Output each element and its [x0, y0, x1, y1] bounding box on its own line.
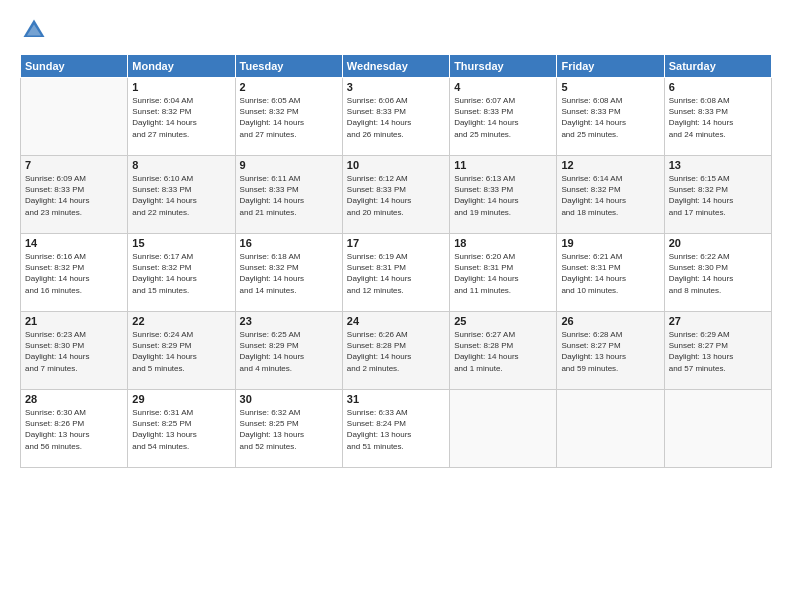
calendar-cell — [664, 390, 771, 468]
day-info: Sunrise: 6:06 AM Sunset: 8:33 PM Dayligh… — [347, 95, 445, 140]
day-number: 1 — [132, 81, 230, 93]
calendar-week: 28Sunrise: 6:30 AM Sunset: 8:26 PM Dayli… — [21, 390, 772, 468]
calendar-cell: 23Sunrise: 6:25 AM Sunset: 8:29 PM Dayli… — [235, 312, 342, 390]
calendar-cell: 21Sunrise: 6:23 AM Sunset: 8:30 PM Dayli… — [21, 312, 128, 390]
day-number: 17 — [347, 237, 445, 249]
calendar-cell: 20Sunrise: 6:22 AM Sunset: 8:30 PM Dayli… — [664, 234, 771, 312]
day-info: Sunrise: 6:19 AM Sunset: 8:31 PM Dayligh… — [347, 251, 445, 296]
day-info: Sunrise: 6:26 AM Sunset: 8:28 PM Dayligh… — [347, 329, 445, 374]
day-info: Sunrise: 6:33 AM Sunset: 8:24 PM Dayligh… — [347, 407, 445, 452]
day-number: 4 — [454, 81, 552, 93]
calendar-cell: 19Sunrise: 6:21 AM Sunset: 8:31 PM Dayli… — [557, 234, 664, 312]
day-number: 7 — [25, 159, 123, 171]
calendar-cell: 14Sunrise: 6:16 AM Sunset: 8:32 PM Dayli… — [21, 234, 128, 312]
day-info: Sunrise: 6:23 AM Sunset: 8:30 PM Dayligh… — [25, 329, 123, 374]
calendar-cell: 2Sunrise: 6:05 AM Sunset: 8:32 PM Daylig… — [235, 78, 342, 156]
day-info: Sunrise: 6:32 AM Sunset: 8:25 PM Dayligh… — [240, 407, 338, 452]
day-number: 23 — [240, 315, 338, 327]
calendar-table: SundayMondayTuesdayWednesdayThursdayFrid… — [20, 54, 772, 468]
day-info: Sunrise: 6:17 AM Sunset: 8:32 PM Dayligh… — [132, 251, 230, 296]
calendar-cell: 26Sunrise: 6:28 AM Sunset: 8:27 PM Dayli… — [557, 312, 664, 390]
day-number: 24 — [347, 315, 445, 327]
calendar-week: 7Sunrise: 6:09 AM Sunset: 8:33 PM Daylig… — [21, 156, 772, 234]
calendar-cell: 15Sunrise: 6:17 AM Sunset: 8:32 PM Dayli… — [128, 234, 235, 312]
day-number: 2 — [240, 81, 338, 93]
calendar-cell: 9Sunrise: 6:11 AM Sunset: 8:33 PM Daylig… — [235, 156, 342, 234]
day-info: Sunrise: 6:12 AM Sunset: 8:33 PM Dayligh… — [347, 173, 445, 218]
day-info: Sunrise: 6:27 AM Sunset: 8:28 PM Dayligh… — [454, 329, 552, 374]
day-info: Sunrise: 6:18 AM Sunset: 8:32 PM Dayligh… — [240, 251, 338, 296]
calendar-header: SundayMondayTuesdayWednesdayThursdayFrid… — [21, 55, 772, 78]
calendar-cell: 28Sunrise: 6:30 AM Sunset: 8:26 PM Dayli… — [21, 390, 128, 468]
calendar-cell: 16Sunrise: 6:18 AM Sunset: 8:32 PM Dayli… — [235, 234, 342, 312]
day-info: Sunrise: 6:08 AM Sunset: 8:33 PM Dayligh… — [561, 95, 659, 140]
calendar-cell: 24Sunrise: 6:26 AM Sunset: 8:28 PM Dayli… — [342, 312, 449, 390]
day-number: 9 — [240, 159, 338, 171]
calendar-week: 14Sunrise: 6:16 AM Sunset: 8:32 PM Dayli… — [21, 234, 772, 312]
logo — [20, 16, 52, 44]
header-day: Sunday — [21, 55, 128, 78]
day-number: 13 — [669, 159, 767, 171]
calendar-cell: 29Sunrise: 6:31 AM Sunset: 8:25 PM Dayli… — [128, 390, 235, 468]
calendar-cell: 18Sunrise: 6:20 AM Sunset: 8:31 PM Dayli… — [450, 234, 557, 312]
day-number: 16 — [240, 237, 338, 249]
day-number: 11 — [454, 159, 552, 171]
day-info: Sunrise: 6:14 AM Sunset: 8:32 PM Dayligh… — [561, 173, 659, 218]
day-number: 10 — [347, 159, 445, 171]
header — [20, 16, 772, 44]
day-number: 15 — [132, 237, 230, 249]
calendar-cell: 25Sunrise: 6:27 AM Sunset: 8:28 PM Dayli… — [450, 312, 557, 390]
day-number: 19 — [561, 237, 659, 249]
day-info: Sunrise: 6:10 AM Sunset: 8:33 PM Dayligh… — [132, 173, 230, 218]
logo-icon — [20, 16, 48, 44]
calendar-cell: 5Sunrise: 6:08 AM Sunset: 8:33 PM Daylig… — [557, 78, 664, 156]
day-info: Sunrise: 6:21 AM Sunset: 8:31 PM Dayligh… — [561, 251, 659, 296]
day-number: 5 — [561, 81, 659, 93]
day-number: 20 — [669, 237, 767, 249]
calendar-cell: 17Sunrise: 6:19 AM Sunset: 8:31 PM Dayli… — [342, 234, 449, 312]
day-info: Sunrise: 6:15 AM Sunset: 8:32 PM Dayligh… — [669, 173, 767, 218]
day-info: Sunrise: 6:31 AM Sunset: 8:25 PM Dayligh… — [132, 407, 230, 452]
day-info: Sunrise: 6:05 AM Sunset: 8:32 PM Dayligh… — [240, 95, 338, 140]
calendar-cell: 22Sunrise: 6:24 AM Sunset: 8:29 PM Dayli… — [128, 312, 235, 390]
calendar-cell: 11Sunrise: 6:13 AM Sunset: 8:33 PM Dayli… — [450, 156, 557, 234]
calendar-cell: 7Sunrise: 6:09 AM Sunset: 8:33 PM Daylig… — [21, 156, 128, 234]
day-info: Sunrise: 6:16 AM Sunset: 8:32 PM Dayligh… — [25, 251, 123, 296]
page: SundayMondayTuesdayWednesdayThursdayFrid… — [0, 0, 792, 612]
calendar-cell: 10Sunrise: 6:12 AM Sunset: 8:33 PM Dayli… — [342, 156, 449, 234]
day-number: 21 — [25, 315, 123, 327]
day-info: Sunrise: 6:07 AM Sunset: 8:33 PM Dayligh… — [454, 95, 552, 140]
calendar-cell — [450, 390, 557, 468]
calendar-week: 1Sunrise: 6:04 AM Sunset: 8:32 PM Daylig… — [21, 78, 772, 156]
calendar-cell: 8Sunrise: 6:10 AM Sunset: 8:33 PM Daylig… — [128, 156, 235, 234]
day-info: Sunrise: 6:08 AM Sunset: 8:33 PM Dayligh… — [669, 95, 767, 140]
day-info: Sunrise: 6:09 AM Sunset: 8:33 PM Dayligh… — [25, 173, 123, 218]
header-day: Monday — [128, 55, 235, 78]
day-info: Sunrise: 6:22 AM Sunset: 8:30 PM Dayligh… — [669, 251, 767, 296]
header-day: Friday — [557, 55, 664, 78]
day-number: 12 — [561, 159, 659, 171]
day-info: Sunrise: 6:11 AM Sunset: 8:33 PM Dayligh… — [240, 173, 338, 218]
day-number: 31 — [347, 393, 445, 405]
day-number: 14 — [25, 237, 123, 249]
calendar-body: 1Sunrise: 6:04 AM Sunset: 8:32 PM Daylig… — [21, 78, 772, 468]
day-info: Sunrise: 6:29 AM Sunset: 8:27 PM Dayligh… — [669, 329, 767, 374]
day-number: 25 — [454, 315, 552, 327]
day-info: Sunrise: 6:24 AM Sunset: 8:29 PM Dayligh… — [132, 329, 230, 374]
day-number: 8 — [132, 159, 230, 171]
calendar-cell: 12Sunrise: 6:14 AM Sunset: 8:32 PM Dayli… — [557, 156, 664, 234]
calendar-week: 21Sunrise: 6:23 AM Sunset: 8:30 PM Dayli… — [21, 312, 772, 390]
day-info: Sunrise: 6:20 AM Sunset: 8:31 PM Dayligh… — [454, 251, 552, 296]
day-number: 18 — [454, 237, 552, 249]
day-number: 30 — [240, 393, 338, 405]
day-info: Sunrise: 6:30 AM Sunset: 8:26 PM Dayligh… — [25, 407, 123, 452]
calendar-cell — [21, 78, 128, 156]
day-number: 29 — [132, 393, 230, 405]
day-number: 6 — [669, 81, 767, 93]
day-number: 28 — [25, 393, 123, 405]
calendar-cell: 4Sunrise: 6:07 AM Sunset: 8:33 PM Daylig… — [450, 78, 557, 156]
calendar-cell: 30Sunrise: 6:32 AM Sunset: 8:25 PM Dayli… — [235, 390, 342, 468]
day-info: Sunrise: 6:04 AM Sunset: 8:32 PM Dayligh… — [132, 95, 230, 140]
header-day: Thursday — [450, 55, 557, 78]
header-day: Saturday — [664, 55, 771, 78]
